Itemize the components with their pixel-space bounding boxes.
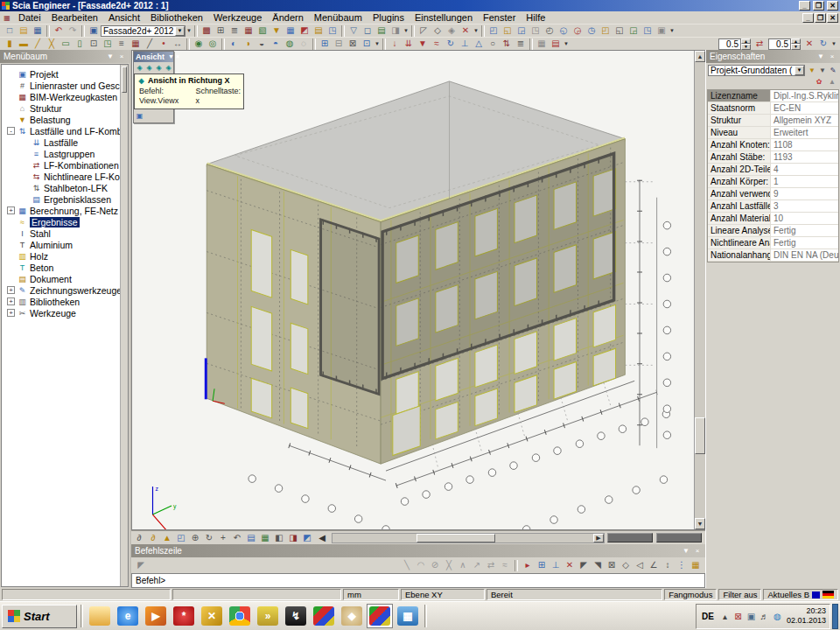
document-icon[interactable]: ▤ — [312, 24, 326, 37]
menubar-item[interactable]: Datei — [13, 12, 46, 23]
output-dropdown-icon[interactable]: ▼ — [402, 28, 410, 33]
show-desktop-button[interactable] — [832, 604, 838, 629]
tree-expander-icon[interactable]: + — [7, 298, 15, 305]
open-file-icon[interactable]: ▤ — [17, 24, 31, 37]
taskbar-chrome[interactable] — [227, 604, 253, 628]
menubar-item[interactable]: Fenster — [478, 12, 521, 23]
taskbar-tools-app[interactable]: ✕ — [199, 604, 225, 628]
sidebar-item-aluminium[interactable]: T Aluminium — [2, 239, 120, 250]
result-scale-1[interactable]: 0.5 ▲▼ — [718, 38, 751, 50]
network-status-icon[interactable]: ⊠ — [732, 612, 744, 621]
command-pin-icon[interactable]: ▼ — [682, 547, 690, 556]
sidebar-item-dokument[interactable]: ▤ Dokument — [2, 273, 120, 284]
model-viewport[interactable]: z y x Ansicht ▼ × ◈◈◈◈ — [131, 50, 705, 530]
property-row[interactable]: Anzahl verwendete P... 9 — [708, 188, 838, 200]
properties-combo-dropdown-icon[interactable]: ▼ — [794, 66, 804, 75]
taskbar-windows-explorer[interactable] — [87, 604, 113, 628]
storeys-icon[interactable]: ≣ — [228, 24, 242, 37]
result-scale-2-value[interactable]: 0.5 — [768, 38, 791, 50]
taskbar-paint-tool[interactable]: ◆ — [339, 604, 365, 628]
view-direction-icon[interactable]: ◨ — [286, 532, 300, 544]
sidebar-item-lastgruppen[interactable]: ≡ Lastgruppen — [2, 148, 120, 159]
render-settings-icon[interactable]: ◧ — [272, 532, 286, 544]
network-globe-icon[interactable]: ◍ — [772, 612, 783, 621]
node-icon[interactable]: • — [157, 38, 171, 50]
phase-view-2-icon[interactable]: ◱ — [500, 24, 514, 37]
sidebar-item-nichtlineare-lf-kombinationen[interactable]: ⇆ Nichtlineare LF-Kombinationen — [2, 171, 120, 182]
moment-load-icon[interactable]: ↻ — [444, 38, 458, 50]
menubar-item[interactable]: Hilfe — [521, 12, 550, 23]
property-row[interactable]: Nationalanhang DIN EN NA (Deutschlan... — [708, 249, 838, 262]
opening-icon[interactable]: ⊡ — [87, 38, 101, 50]
properties-combo[interactable]: ▼ — [708, 65, 805, 76]
line-grid-snap-icon[interactable]: ▦ — [689, 559, 703, 571]
rafter-icon[interactable]: ╱ — [31, 38, 45, 50]
view-point-icon[interactable]: ◩ — [300, 532, 314, 544]
activity-4-icon[interactable]: ◓ — [269, 38, 283, 50]
taskbar-image-viewer[interactable]: ▦ — [395, 604, 421, 628]
phase-view-6-icon[interactable]: ◵ — [556, 24, 570, 37]
tree-expander-icon[interactable]: - — [7, 127, 15, 135]
taskbar-media-player[interactable]: ▶ — [143, 604, 169, 628]
load-case-icon[interactable]: ⇅ — [500, 38, 514, 50]
project-combo-value[interactable] — [102, 26, 175, 36]
dot-grid-icon[interactable]: ⋮ — [675, 559, 689, 571]
phase-view-8-icon[interactable]: ◷ — [584, 24, 598, 37]
visibility-selection-icon[interactable]: ◎ — [206, 38, 220, 50]
tree-expander-icon[interactable] — [7, 93, 15, 101]
property-row[interactable]: Anzahl Stäbe: 1193 — [708, 151, 838, 164]
zoom-all-icon[interactable]: ▲ — [160, 532, 174, 544]
property-row[interactable]: Anzahl Lastfälle: 3 — [708, 200, 838, 213]
project-settings-icon[interactable]: ▩ — [200, 24, 214, 37]
sidebar-scrollbar[interactable] — [120, 65, 128, 586]
tree-expander-icon[interactable]: + — [7, 309, 15, 317]
status-current-layer[interactable]: Aktuelles B — [763, 589, 838, 600]
scroll-up-icon[interactable]: ▲ — [695, 51, 705, 62]
wall-icon[interactable]: ▯ — [73, 38, 87, 50]
select-poly-icon[interactable]: ◇ — [430, 24, 444, 37]
tree-expander-icon[interactable] — [7, 70, 15, 78]
new-file-icon[interactable]: □ — [3, 24, 17, 37]
phase-view-12-icon[interactable]: ◳ — [640, 24, 654, 37]
copy-icon[interactable]: ⊞ — [318, 38, 332, 50]
tree-expander-icon[interactable] — [7, 263, 15, 271]
taskbar-scia-engineer-active[interactable] — [367, 604, 393, 628]
table-results-icon[interactable]: ▤ — [549, 38, 563, 50]
snap-arc-icon[interactable]: ◠ — [414, 559, 428, 571]
menubar-item[interactable]: Ändern — [267, 12, 308, 23]
pin-icon[interactable]: ▼ — [106, 52, 115, 61]
taskbar-handball-app[interactable]: * — [171, 604, 197, 628]
tree-expander-icon[interactable] — [7, 275, 15, 283]
tree-expander-icon[interactable] — [7, 104, 15, 112]
phase-view-5-icon[interactable]: ◴ — [542, 24, 556, 37]
tree-expander-icon[interactable] — [7, 241, 15, 248]
vertical-scroll-thumb[interactable] — [695, 417, 705, 454]
sidebar-item-lastfaelle[interactable]: ⇊ Lastfälle — [2, 136, 120, 148]
sidebar-item-beton[interactable]: T Beton — [2, 262, 120, 273]
properties-pin-icon[interactable]: ▼ — [816, 52, 825, 61]
filter-icon[interactable]: ▼ — [807, 66, 817, 75]
snap-delete-icon[interactable]: ✕ — [563, 559, 577, 571]
ortho-icon[interactable]: ⊥ — [549, 559, 563, 571]
report-icon[interactable]: ▤ — [374, 24, 388, 37]
tree-expander-icon[interactable] — [21, 195, 29, 203]
close-button[interactable]: ✕ — [827, 1, 838, 10]
select-dropdown-icon[interactable]: ▼ — [472, 28, 480, 33]
menubar-item[interactable]: Plugins — [368, 12, 410, 23]
status-workplane[interactable]: Ebene XY — [401, 589, 485, 600]
rotate-view-icon[interactable]: ↻ — [202, 532, 216, 544]
snap-tangent-icon[interactable]: ◁ — [633, 559, 647, 571]
property-row[interactable]: Lizenzname Dipl.-Ing.S.Ryklin STAT... — [708, 90, 838, 102]
scroll-down-icon[interactable]: ▼ — [695, 518, 705, 529]
select-plane-icon[interactable]: ◈ — [444, 24, 458, 37]
hinge-icon[interactable]: ○ — [486, 38, 500, 50]
sidebar-item-linienraster[interactable]: # Linienraster und Geschosse — [2, 80, 120, 91]
dimension-icon[interactable]: ↔ — [171, 38, 185, 50]
sidebar-item-bibliotheken[interactable]: + ▥ Bibliotheken — [2, 296, 120, 307]
swap-scale-icon[interactable]: ⇄ — [752, 38, 766, 50]
horizontal-scroll-thumb[interactable] — [416, 534, 495, 542]
bim-toolbox-icon[interactable]: ▦ — [242, 24, 256, 37]
taskbar-internet-explorer[interactable]: e — [115, 604, 141, 628]
sidebar-item-werkzeuge[interactable]: + ✂ Werkzeuge — [2, 307, 120, 318]
refresh-results-icon[interactable]: ↻ — [816, 38, 830, 50]
